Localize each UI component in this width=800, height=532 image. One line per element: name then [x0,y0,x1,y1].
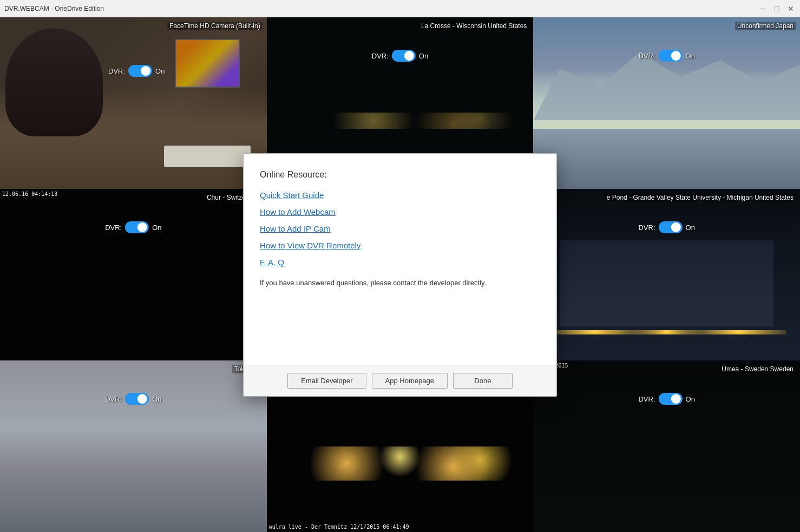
quick-start-link[interactable]: Quick Start Guide [260,191,540,200]
contact-text: If you have unanswered questions, please… [260,278,540,288]
modal-overlay: Online Resource: Quick Start Guide How t… [0,17,800,532]
app-title: DVR.WEBCAM - OneDrive Edition [4,5,104,12]
title-bar: DVR.WEBCAM - OneDrive Edition ─ □ ✕ [0,0,800,17]
modal-body: Online Resource: Quick Start Guide How t… [244,154,556,365]
done-button[interactable]: Done [453,373,513,389]
app-homepage-button[interactable]: App Homepage [372,373,448,389]
close-button[interactable]: ✕ [786,4,796,14]
add-ipcam-link[interactable]: How to Add IP Cam [260,224,540,233]
minimize-button[interactable]: ─ [758,4,768,14]
email-developer-button[interactable]: Email Developer [287,373,366,389]
view-dvr-link[interactable]: How to View DVR Remotely [260,241,540,250]
modal-footer: Email Developer App Homepage Done [244,365,556,396]
modal-section-title: Online Resource: [260,170,540,180]
add-webcam-link[interactable]: How to Add Webcam [260,207,540,216]
online-resource-modal: Online Resource: Quick Start Guide How t… [243,153,557,397]
window-controls: ─ □ ✕ [758,4,796,14]
maximize-button[interactable]: □ [772,4,782,14]
faq-link[interactable]: F. A. Q [260,258,540,267]
